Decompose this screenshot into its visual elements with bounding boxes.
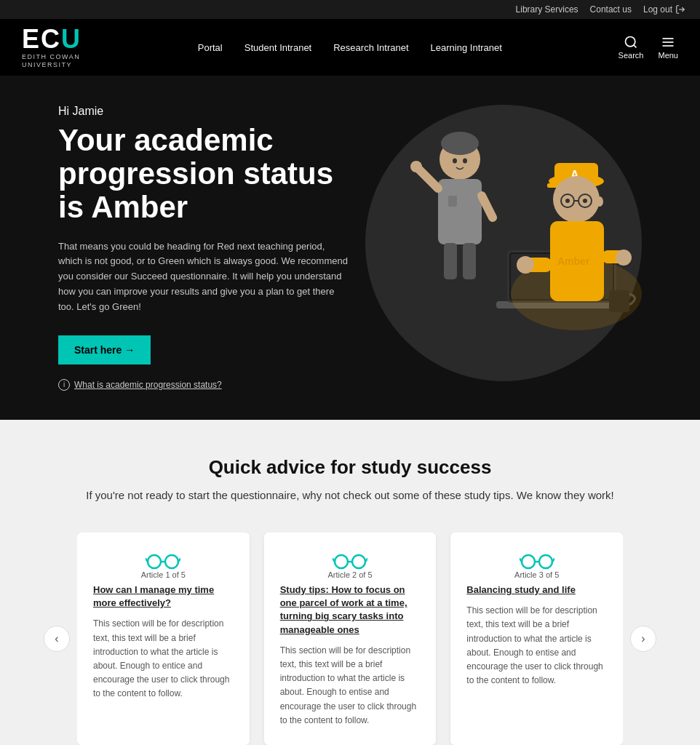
card-2-title[interactable]: Study tips: How to focus on one parcel o… (280, 583, 421, 637)
card-3-icon-wrap: Article 3 of 5 (466, 550, 607, 579)
hero-illustration: A Amber (351, 90, 656, 396)
hero-characters-svg: A Amber (351, 90, 656, 396)
contact-us-link[interactable]: Contact us (590, 4, 632, 15)
svg-point-29 (565, 199, 570, 203)
svg-point-31 (596, 196, 603, 207)
hero-content: Hi Jamie Your academic progression statu… (58, 105, 349, 391)
advice-title: Quick advice for study success (44, 456, 656, 479)
header: ECU EDITH COWAN UNIVERSITY Portal Studen… (0, 19, 700, 76)
search-label: Search (619, 51, 644, 60)
logout-link[interactable]: Log out (643, 4, 685, 15)
card-3-body: This section will be for description tex… (466, 604, 607, 688)
card-1-icon-wrap: Article 1 of 5 (93, 550, 234, 579)
menu-action[interactable]: Menu (658, 35, 678, 60)
svg-point-7 (441, 132, 479, 155)
nav-research-intranet[interactable]: Research Intranet (333, 42, 408, 53)
logo-subtitle1: EDITH COWAN (22, 54, 81, 60)
svg-rect-12 (444, 243, 457, 279)
logo-subtitle2: UNIVERSITY (22, 62, 81, 68)
glasses-icon-3 (520, 550, 554, 570)
svg-point-46 (352, 555, 365, 568)
card-3: Article 3 of 5 Balancing study and life … (450, 533, 623, 745)
search-action[interactable]: Search (619, 35, 644, 60)
card-2: Article 2 of 5 Study tips: How to focus … (264, 533, 437, 745)
main-nav: Portal Student Intranet Research Intrane… (198, 42, 502, 53)
svg-point-51 (539, 555, 552, 568)
cards-row: Article 1 of 5 How can I manage my time … (77, 533, 623, 745)
svg-point-15 (463, 159, 467, 164)
svg-point-50 (522, 555, 535, 568)
glasses-icon-1 (146, 550, 180, 570)
svg-point-1 (626, 37, 635, 47)
glasses-icon-2 (333, 550, 367, 570)
nav-portal[interactable]: Portal (198, 42, 223, 53)
svg-rect-8 (438, 179, 482, 244)
card-3-article-label: Article 3 of 5 (466, 570, 607, 579)
carousel: ‹ Article 1 of 5 How can I manage my tim… (44, 533, 656, 745)
hero-title: Your academic progression status is Ambe… (58, 124, 349, 225)
card-1-body: This section will be for description tex… (93, 617, 234, 701)
svg-point-37 (616, 250, 632, 266)
hero-section: Hi Jamie Your academic progression statu… (0, 76, 700, 420)
nav-student-intranet[interactable]: Student Intranet (244, 42, 312, 53)
menu-icon (661, 35, 675, 49)
nav-actions: Search Menu (619, 35, 678, 60)
hero-info: i What is academic progression status? (58, 379, 349, 391)
logo: ECU EDITH COWAN UNIVERSITY (22, 26, 81, 68)
svg-point-14 (453, 159, 457, 164)
advice-subtitle: If you're not ready to start the questio… (44, 487, 656, 504)
svg-point-41 (165, 555, 178, 568)
svg-rect-13 (463, 243, 476, 279)
prev-button[interactable]: ‹ (44, 626, 70, 652)
svg-point-10 (410, 161, 422, 172)
card-1-title[interactable]: How can I manage my time more effectivel… (93, 583, 234, 610)
svg-point-25 (553, 176, 600, 223)
nav-learning-intranet[interactable]: Learning Intranet (431, 42, 502, 53)
library-services-link[interactable]: Library Services (516, 4, 578, 15)
logo-u: U (61, 24, 81, 54)
info-icon: i (58, 379, 70, 391)
card-2-body: This section will be for description tex… (280, 644, 421, 728)
search-icon (624, 35, 638, 49)
card-2-article-label: Article 2 of 5 (280, 570, 421, 579)
card-3-title[interactable]: Balancing study and life (466, 583, 576, 597)
svg-point-45 (335, 555, 348, 568)
card-1: Article 1 of 5 How can I manage my time … (77, 533, 250, 745)
hero-greeting: Hi Jamie (58, 105, 349, 118)
start-here-button[interactable]: Start here → (58, 335, 151, 364)
logout-icon (675, 4, 685, 15)
svg-line-2 (634, 45, 637, 48)
svg-point-30 (583, 199, 587, 203)
utility-bar: Library Services Contact us Log out (0, 0, 700, 19)
advice-section: Quick advice for study success If you're… (0, 420, 700, 745)
menu-label: Menu (658, 51, 678, 60)
academic-progression-link[interactable]: What is academic progression status? (74, 380, 222, 390)
next-button[interactable]: › (630, 626, 656, 652)
svg-point-40 (148, 555, 161, 568)
card-1-article-label: Article 1 of 5 (93, 570, 234, 579)
svg-line-11 (482, 196, 493, 218)
logo-text: ECU (22, 26, 81, 52)
svg-rect-16 (448, 196, 457, 207)
hero-body: That means you could be heading for Red … (58, 239, 349, 315)
svg-point-39 (511, 258, 642, 330)
card-2-icon-wrap: Article 2 of 5 (280, 550, 421, 579)
